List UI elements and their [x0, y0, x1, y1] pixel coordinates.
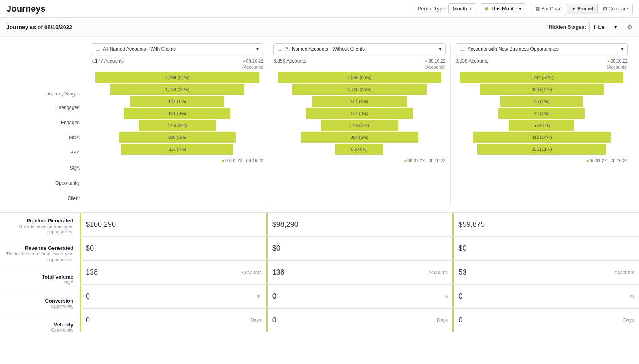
- bar-chart-icon: ▦: [535, 6, 540, 12]
- metrics-values: $100,290 $98,290 $59,875 $0 $0 $0 138 Ac…: [80, 212, 639, 339]
- metric-name: Pipeline Generated: [26, 218, 73, 224]
- col-dropdown[interactable]: ☰ All Named Accounts - With Clients ▾: [91, 43, 263, 55]
- period-type-dropdown[interactable]: Month ▾: [448, 3, 476, 14]
- col-title: All Named Accounts - With Clients: [103, 46, 176, 52]
- date-badge: ●08.16.22: [607, 59, 628, 63]
- stages-title: Journey Stages: [6, 91, 86, 97]
- hidden-stages-label: Hidden Stages:: [548, 24, 586, 30]
- funnel-bar: 181 (3%): [124, 108, 230, 119]
- stage-row-unengaged: Unengaged: [6, 100, 86, 115]
- metric-values-row-2: 138 Accounts 138 Accounts 53 Accounts: [80, 260, 639, 284]
- funnel-visual: 4,396 (62%) 1,728 (24%) 102 (1%) 181 (3%…: [91, 72, 263, 155]
- hidden-stages-value: Hide: [594, 24, 605, 30]
- funnel-bar: 453 (15%): [480, 84, 604, 95]
- funnel-bar-row: 35 (1%): [456, 96, 628, 107]
- metric-unit: Days: [250, 318, 261, 323]
- funnel-bar-row: 5 (0.2%): [456, 120, 628, 131]
- stage-row-engaged: Engaged: [6, 115, 86, 130]
- col-dropdown[interactable]: ☰ Accounts with New Business Opportuniti…: [456, 43, 628, 55]
- stage-name: SAA: [70, 150, 80, 156]
- period-type-label: Period Type: [417, 6, 445, 12]
- metric-value: $0: [86, 244, 94, 253]
- stage-row-opportunity: Opportunity: [6, 176, 86, 191]
- funnel-col-1: ☰ All Named Accounts - With Clients ▾ 7,…: [86, 43, 268, 206]
- metric-cell: $98,290: [266, 213, 453, 236]
- funnel-bar: 368 (5%): [119, 132, 236, 143]
- funnel-bar: 1,728 (24%): [110, 84, 244, 95]
- metric-label-1: Revenue GeneratedThe total revenue from …: [0, 240, 80, 267]
- header-controls: Period Type Month ▾ This Month ▾ ▦ Bar C…: [417, 3, 633, 14]
- metric-cell: $100,290: [80, 213, 266, 236]
- funnel-bar-row: 331 (11%): [456, 144, 628, 155]
- metric-cell: 0 %: [80, 285, 266, 308]
- metric-values-row-0: $100,290 $98,290 $59,875: [80, 212, 639, 236]
- hidden-stages-dropdown[interactable]: Hide ▾: [589, 22, 621, 32]
- journey-header: Journey as of 08/16/2022 Hidden Stages: …: [0, 18, 639, 37]
- compare-label: Compare: [609, 6, 628, 12]
- metric-values-row-4: 0 Days 0 Days 0 Days: [80, 308, 639, 332]
- metric-cell: 138 Accounts: [266, 261, 453, 284]
- metrics-labels: Pipeline GeneratedThe total revenue from…: [0, 212, 80, 339]
- stage-name: Unengaged: [55, 105, 80, 110]
- green-dot-icon: [485, 7, 488, 10]
- metric-value: $0: [458, 244, 466, 253]
- main-content: Journey Stages Unengaged Engaged MQA SAA…: [0, 37, 639, 212]
- funnel-icon: ▼: [571, 6, 576, 12]
- top-header: Journeys Period Type Month ▾ This Month …: [0, 0, 639, 18]
- funnel-date-range: ●08.01.22 - 08.16.22: [273, 158, 445, 163]
- metric-value: 138: [86, 268, 98, 277]
- stage-name: Opportunity: [55, 180, 80, 186]
- metric-unit: %: [444, 294, 448, 299]
- this-month-button[interactable]: This Month ▾: [481, 3, 526, 14]
- funnel-bar: 5 (0.2%): [509, 120, 574, 131]
- funnel-columns: ☰ All Named Accounts - With Clients ▾ 7,…: [86, 43, 633, 206]
- col-sub: (Accounts): [91, 65, 263, 69]
- funnel-bar: 12 (0.2%): [139, 120, 216, 131]
- col-meta: 3,038 Accounts ●08.16.22: [456, 58, 628, 64]
- stage-name: Client: [67, 196, 80, 201]
- funnel-bar: 368 (5%): [301, 132, 418, 143]
- col-header: ☰ Accounts with New Business Opportuniti…: [456, 43, 628, 55]
- metric-value: 53: [458, 268, 466, 277]
- chevron-down-icon: ▾: [256, 46, 259, 52]
- funnel-bar: 12 (0.2%): [321, 120, 398, 131]
- metric-value: 138: [272, 268, 284, 277]
- funnel-bar-row: 12 (0.2%): [273, 120, 445, 131]
- funnel-bar-row: 101 (1%): [273, 96, 445, 107]
- chart-type-group: ▦ Bar Chart ▼ Funnel ⊞ Compare: [531, 4, 633, 14]
- accounts-count: 3,038 Accounts: [456, 58, 488, 64]
- stage-row-mqa: MQA: [6, 130, 86, 145]
- funnel-bar-row: 368 (5%): [273, 132, 445, 143]
- list-icon: ☰: [460, 46, 465, 52]
- metric-cell: 0 Days: [266, 309, 453, 332]
- accounts-count: 6,859 Accounts: [273, 58, 306, 64]
- col-dropdown[interactable]: ☰ All Named Accounts - Without Clients ▾: [273, 43, 445, 55]
- bar-chart-label: Bar Chart: [541, 6, 562, 12]
- funnel-bar: 331 (11%): [477, 144, 606, 155]
- funnel-bar-row: 4,396 (65%): [273, 72, 445, 83]
- funnel-col-2: ☰ All Named Accounts - Without Clients ▾…: [268, 43, 450, 206]
- settings-icon[interactable]: ⚙: [627, 23, 633, 31]
- metric-name: Revenue Generated: [25, 245, 73, 251]
- funnel-bar: 1,728 (25%): [292, 84, 427, 95]
- funnel-bar: 102 (1%): [130, 96, 224, 107]
- metric-sub: Opportunity: [51, 328, 73, 332]
- funnel-bar-row: 44 (1%): [456, 108, 628, 119]
- metric-value: $98,290: [272, 220, 298, 229]
- metric-sub: Opportunity: [51, 304, 73, 309]
- funnel-bar-row: 317 (4%): [91, 144, 263, 155]
- funnel-button[interactable]: ▼ Funnel: [567, 4, 597, 14]
- funnel-date-range: ●08.01.22 - 08.16.22: [456, 158, 628, 163]
- compare-button[interactable]: ⊞ Compare: [599, 4, 633, 14]
- metric-unit: Accounts: [242, 270, 261, 275]
- chevron-down-icon: ▾: [614, 24, 617, 30]
- bar-chart-button[interactable]: ▦ Bar Chart: [531, 4, 566, 14]
- chevron-down-icon: ▾: [519, 6, 522, 12]
- funnel-bar-row: 181 (3%): [273, 108, 445, 119]
- metric-sub: MQA: [64, 280, 73, 285]
- metric-unit: Accounts: [615, 270, 634, 275]
- list-icon: ☰: [278, 46, 283, 52]
- funnel-visual: 1,742 (58%) 453 (15%) 35 (1%) 44 (1%): [456, 72, 628, 155]
- app-title: Journeys: [6, 4, 46, 14]
- journey-as-of: Journey as of 08/16/2022: [6, 24, 72, 30]
